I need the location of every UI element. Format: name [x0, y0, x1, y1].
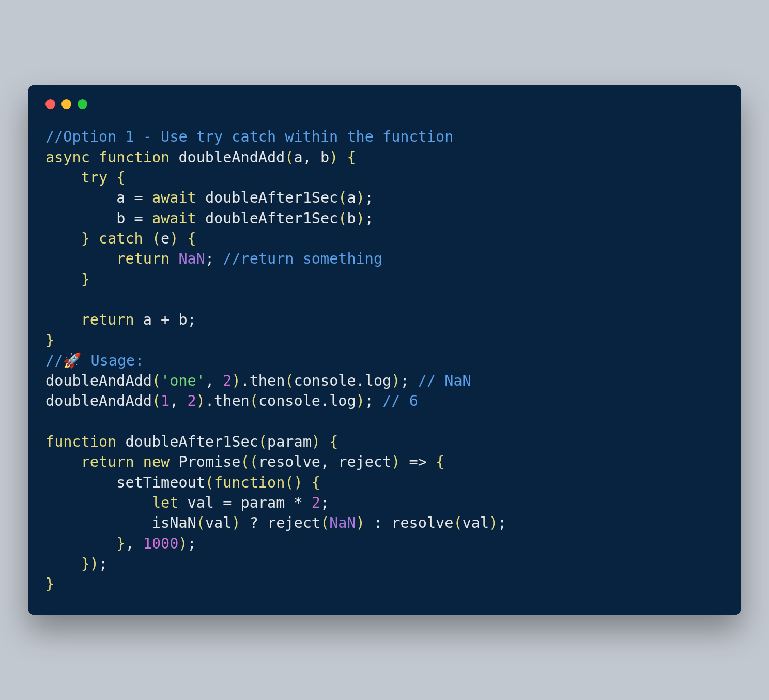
maximize-icon[interactable] — [78, 99, 87, 109]
close-icon[interactable] — [45, 99, 55, 109]
code-window: //Option 1 - Use try catch within the fu… — [28, 85, 741, 615]
window-controls — [45, 99, 724, 109]
code-content: //Option 1 - Use try catch within the fu… — [45, 127, 724, 595]
minimize-icon[interactable] — [61, 99, 71, 109]
